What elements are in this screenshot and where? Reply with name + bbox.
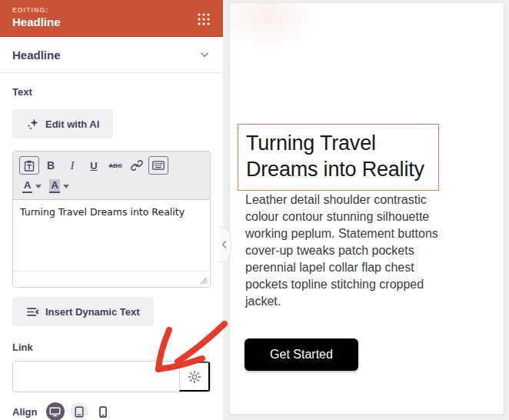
align-setting-row: Align (12, 402, 211, 420)
link-field-label: Link (12, 342, 211, 353)
blocks-grid-icon[interactable] (195, 11, 212, 28)
desktop-icon (49, 407, 61, 417)
caret-down-icon (35, 185, 42, 188)
link-input-group (12, 361, 211, 392)
headline-text-input[interactable]: Turning Travel Dreams into Reality (13, 200, 210, 271)
align-label: Align (12, 406, 38, 418)
rich-text-editor: B I U ABC (12, 151, 211, 288)
underline-button[interactable]: U (84, 156, 104, 175)
link-chain-icon (131, 159, 143, 172)
settings-panel: EDITING: Headline Headline Text (0, 0, 223, 420)
editing-block-title: Headline (12, 15, 211, 28)
preview-headline: Turning Travel Dreams into Reality (246, 130, 431, 182)
chevron-down-icon (198, 48, 211, 61)
keyboard-icon (152, 161, 165, 170)
text-color-glyph: A (22, 179, 32, 193)
clipboard-text-icon (24, 160, 35, 172)
editing-label: EDITING: (12, 6, 211, 14)
panel-header: EDITING: Headline (0, 0, 223, 37)
align-device-desktop-button[interactable] (46, 402, 65, 420)
dynamic-text-icon (26, 306, 39, 318)
link-url-input[interactable] (13, 362, 179, 392)
panel-body: Text Edit with AI (0, 86, 223, 420)
accordion-headline[interactable]: Headline (0, 37, 223, 73)
edit-with-ai-button[interactable]: Edit with AI (12, 109, 113, 138)
toolbar-row-1: B I U ABC (19, 156, 204, 175)
accordion-title: Headline (12, 48, 61, 62)
page-canvas[interactable]: Turning Travel Dreams into Reality Leath… (229, 2, 504, 415)
chevron-left-icon (221, 241, 227, 248)
live-preview-area: Turning Travel Dreams into Reality Leath… (223, 0, 509, 420)
toolbar-row-2: A A (19, 177, 204, 195)
tablet-icon (75, 406, 84, 418)
insert-dynamic-text-label: Insert Dynamic Text (45, 306, 140, 318)
selected-headline-block[interactable]: Turning Travel Dreams into Reality (238, 124, 439, 191)
link-settings-button[interactable] (179, 362, 210, 392)
keyboard-shortcuts-button[interactable] (148, 156, 168, 175)
paste-as-text-button[interactable] (19, 156, 39, 175)
highlight-color-glyph: A (49, 179, 59, 193)
bold-button[interactable]: B (41, 156, 61, 175)
editor-toolbar: B I U ABC (13, 152, 210, 200)
italic-button[interactable]: I (62, 156, 82, 175)
grid-dots-icon (196, 12, 211, 27)
ai-sparkle-icon (26, 118, 39, 131)
gear-icon (188, 370, 201, 384)
strikethrough-button[interactable]: ABC (105, 156, 125, 175)
link-button[interactable] (127, 156, 147, 175)
insert-dynamic-text-button[interactable]: Insert Dynamic Text (12, 297, 154, 326)
align-device-mobile-button[interactable] (94, 402, 112, 420)
get-started-button[interactable]: Get Started (245, 338, 358, 371)
mobile-icon (99, 406, 107, 418)
align-device-tablet-button[interactable] (70, 402, 88, 420)
text-field-label: Text (12, 86, 211, 98)
editor-footer (13, 271, 210, 287)
background-texture (234, 3, 318, 49)
text-color-button[interactable]: A (19, 177, 45, 195)
highlight-color-button[interactable]: A (46, 177, 72, 195)
resize-grip-icon[interactable] (199, 276, 208, 285)
caret-down-icon (63, 185, 69, 188)
preview-paragraph[interactable]: Leather detail shoulder contrastic colou… (245, 192, 451, 310)
edit-with-ai-label: Edit with AI (45, 118, 99, 130)
